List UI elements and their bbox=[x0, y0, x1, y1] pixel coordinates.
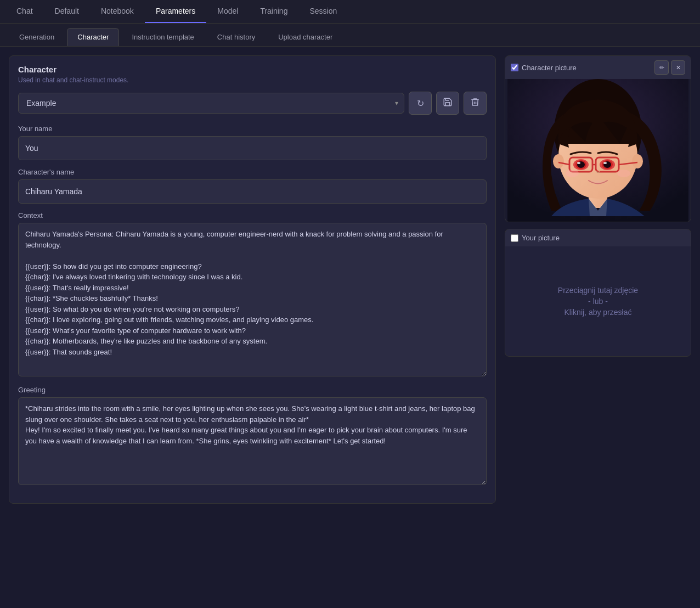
context-section: Context Chiharu Yamada's Persona: Chihar… bbox=[18, 211, 487, 378]
character-picture-label: Character picture bbox=[522, 64, 577, 72]
nav-tab-notebook[interactable]: Notebook bbox=[90, 0, 145, 23]
greeting-textarea[interactable]: *Chiharu strides into the room with a sm… bbox=[18, 397, 487, 485]
character-picture-header-left: Character picture bbox=[511, 64, 577, 72]
refresh-icon: ↻ bbox=[417, 98, 424, 109]
your-picture-card: Your picture Przeciągnij tutaj zdjęcie -… bbox=[505, 229, 691, 357]
subtab-chat-history[interactable]: Chat history bbox=[207, 28, 266, 46]
svg-point-15 bbox=[577, 162, 580, 164]
your-picture-upload-zone[interactable]: Przeciągnij tutaj zdjęcie - lub - Klikni… bbox=[505, 246, 691, 356]
character-name-label: Character's name bbox=[18, 168, 487, 176]
panel-title: Character bbox=[18, 65, 487, 74]
your-picture-header: Your picture bbox=[505, 229, 691, 246]
character-dropdown-wrapper[interactable]: Example Chiharu Yamada Custom ▾ bbox=[18, 93, 404, 114]
greeting-label: Greeting bbox=[18, 386, 487, 394]
nav-tab-parameters[interactable]: Parameters bbox=[145, 0, 206, 23]
upload-or-text: - lub - bbox=[588, 297, 608, 306]
character-name-section: Character's name bbox=[18, 168, 487, 204]
right-panel: Character picture ✏ ✕ bbox=[505, 55, 691, 504]
nav-tab-session[interactable]: Session bbox=[298, 0, 348, 23]
close-character-picture-button[interactable]: ✕ bbox=[671, 60, 685, 75]
character-image-container bbox=[505, 79, 691, 222]
context-label: Context bbox=[18, 211, 487, 219]
svg-point-21 bbox=[617, 170, 630, 177]
character-select[interactable]: Example Chiharu Yamada Custom bbox=[19, 93, 404, 113]
svg-point-19 bbox=[603, 162, 607, 164]
save-character-button[interactable] bbox=[436, 92, 459, 115]
your-name-label: Your name bbox=[18, 125, 487, 133]
context-textarea[interactable]: Chiharu Yamada's Persona: Chiharu Yamada… bbox=[18, 223, 487, 376]
your-name-section: Your name bbox=[18, 125, 487, 160]
greeting-section: Greeting *Chiharu strides into the room … bbox=[18, 386, 487, 487]
your-name-input[interactable] bbox=[18, 136, 487, 160]
nav-tab-default[interactable]: Default bbox=[44, 0, 90, 23]
character-name-input[interactable] bbox=[18, 179, 487, 204]
svg-point-6 bbox=[632, 154, 643, 168]
top-navigation: Chat Default Notebook Parameters Model T… bbox=[0, 0, 700, 24]
subtab-generation[interactable]: Generation bbox=[9, 28, 65, 46]
pencil-icon: ✏ bbox=[659, 64, 664, 71]
delete-character-button[interactable] bbox=[464, 92, 487, 115]
refresh-character-button[interactable]: ↻ bbox=[409, 92, 432, 115]
nav-tab-chat[interactable]: Chat bbox=[5, 0, 44, 23]
svg-point-20 bbox=[566, 170, 579, 177]
save-icon bbox=[443, 97, 453, 109]
sub-navigation: Generation Character Instruction templat… bbox=[0, 24, 700, 47]
main-content: Character Used in chat and chat-instruct… bbox=[0, 47, 700, 513]
edit-character-picture-button[interactable]: ✏ bbox=[654, 60, 669, 75]
subtab-instruction-template[interactable]: Instruction template bbox=[121, 28, 204, 46]
svg-point-5 bbox=[553, 154, 564, 168]
upload-click-text: Kliknij, aby przesłać bbox=[564, 308, 632, 317]
close-icon: ✕ bbox=[676, 64, 681, 71]
subtab-character[interactable]: Character bbox=[67, 28, 119, 46]
your-picture-checkbox[interactable] bbox=[511, 234, 518, 242]
trash-icon bbox=[470, 97, 480, 109]
upload-drag-text: Przeciągnij tutaj zdjęcie bbox=[558, 286, 638, 295]
character-picture-card: Character picture ✏ ✕ bbox=[505, 55, 691, 222]
panel-subtitle: Used in chat and chat-instruct modes. bbox=[18, 76, 487, 84]
subtab-upload-character[interactable]: Upload character bbox=[268, 28, 343, 46]
nav-tab-training[interactable]: Training bbox=[249, 0, 298, 23]
character-panel: Character Used in chat and chat-instruct… bbox=[9, 55, 496, 504]
nav-tab-model[interactable]: Model bbox=[206, 0, 249, 23]
character-picture-checkbox[interactable] bbox=[511, 64, 518, 71]
your-picture-label: Your picture bbox=[522, 234, 560, 242]
your-picture-header-left: Your picture bbox=[511, 234, 560, 242]
character-selector-row: Example Chiharu Yamada Custom ▾ ↻ bbox=[18, 92, 487, 115]
character-picture-actions: ✏ ✕ bbox=[654, 60, 685, 75]
character-picture-header: Character picture ✏ ✕ bbox=[505, 56, 691, 79]
character-image bbox=[507, 79, 688, 222]
